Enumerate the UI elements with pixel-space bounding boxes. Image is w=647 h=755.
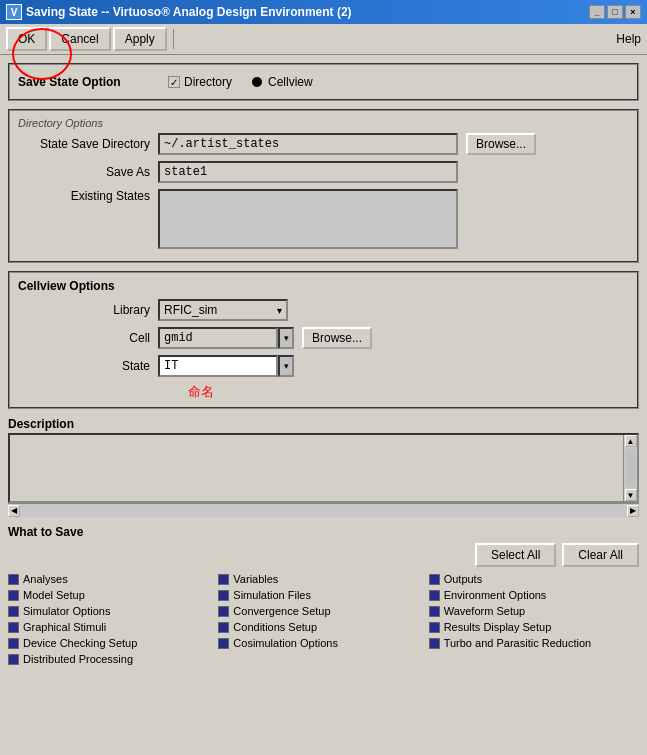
state-save-directory-row: State Save Directory Browse... — [18, 133, 629, 155]
simulator-options-checkbox-icon[interactable] — [8, 606, 19, 617]
checkbox-graphical-stimuli[interactable]: Graphical Stimuli — [8, 621, 218, 633]
checkbox-distributed-processing[interactable]: Distributed Processing — [8, 653, 218, 665]
environment-options-checkbox-icon[interactable] — [429, 590, 440, 601]
maximize-button[interactable]: □ — [607, 5, 623, 19]
existing-states-area — [158, 189, 458, 249]
library-value: RFIC_sim — [164, 303, 217, 317]
existing-states-row: Existing States — [18, 189, 629, 249]
description-scrollbar[interactable]: ▲ ▼ — [623, 435, 637, 501]
window-title: Saving State -- Virtuoso® Analog Design … — [26, 5, 352, 19]
outputs-checkbox-icon[interactable] — [429, 574, 440, 585]
what-to-save-section: What to Save Select All Clear All Analys… — [8, 525, 639, 665]
state-input[interactable] — [158, 355, 278, 377]
save-as-label: Save As — [18, 165, 158, 179]
directory-options-section: Directory Options State Save Directory B… — [8, 109, 639, 263]
simulation-files-checkbox-icon[interactable] — [218, 590, 229, 601]
turbo-parasitic-label: Turbo and Parasitic Reduction — [444, 637, 592, 649]
h-scroll-left-icon[interactable]: ◀ — [8, 505, 20, 517]
checkbox-results-display-setup[interactable]: Results Display Setup — [429, 621, 639, 633]
waveform-setup-checkbox-icon[interactable] — [429, 606, 440, 617]
cosimulation-options-label: Cosimulation Options — [233, 637, 338, 649]
turbo-parasitic-checkbox-icon[interactable] — [429, 638, 440, 649]
description-area[interactable]: ▲ ▼ — [8, 433, 639, 503]
cell-row: Cell ▾ Browse... — [18, 327, 629, 349]
environment-options-label: Environment Options — [444, 589, 547, 601]
variables-checkbox-icon[interactable] — [218, 574, 229, 585]
library-select[interactable]: RFIC_sim ▾ — [158, 299, 288, 321]
close-button[interactable]: × — [625, 5, 641, 19]
h-scroll-track — [20, 507, 627, 515]
main-content: Save State Option ✓ Directory Cellview D… — [0, 55, 647, 755]
window-controls[interactable]: _ □ × — [589, 5, 641, 19]
results-display-setup-checkbox-icon[interactable] — [429, 622, 440, 633]
simulation-files-label: Simulation Files — [233, 589, 311, 601]
toolbar: OK Cancel Apply Help — [0, 24, 647, 55]
select-all-button[interactable]: Select All — [475, 543, 556, 567]
checkbox-conditions-setup[interactable]: Conditions Setup — [218, 621, 428, 633]
cell-input-row: ▾ — [158, 327, 294, 349]
waveform-setup-label: Waveform Setup — [444, 605, 526, 617]
graphical-stimuli-checkbox-icon[interactable] — [8, 622, 19, 633]
cellview-options-section: Cellview Options Library RFIC_sim ▾ Cell… — [8, 271, 639, 409]
checkbox-device-checking-setup[interactable]: Device Checking Setup — [8, 637, 218, 649]
existing-states-label: Existing States — [18, 189, 158, 203]
checkbox-turbo-parasitic[interactable]: Turbo and Parasitic Reduction — [429, 637, 639, 649]
model-setup-label: Model Setup — [23, 589, 85, 601]
cosimulation-options-checkbox-icon[interactable] — [218, 638, 229, 649]
ok-button[interactable]: OK — [6, 27, 47, 51]
directory-radio[interactable]: ✓ Directory — [168, 75, 232, 89]
checkbox-variables[interactable]: Variables — [218, 573, 428, 585]
h-scroll-right-icon[interactable]: ▶ — [627, 505, 639, 517]
state-save-directory-input[interactable] — [158, 133, 458, 155]
cell-input[interactable] — [158, 327, 278, 349]
checkbox-convergence-setup[interactable]: Convergence Setup — [218, 605, 428, 617]
outputs-label: Outputs — [444, 573, 483, 585]
scroll-down-arrow-icon[interactable]: ▼ — [625, 489, 637, 501]
help-label[interactable]: Help — [616, 32, 641, 46]
save-as-input[interactable] — [158, 161, 458, 183]
description-section: Description ▲ ▼ ◀ ▶ — [8, 417, 639, 517]
cell-label: Cell — [18, 331, 158, 345]
select-buttons-row: Select All Clear All — [8, 543, 639, 567]
checkbox-environment-options[interactable]: Environment Options — [429, 589, 639, 601]
state-dropdown-arrow-icon[interactable]: ▾ — [278, 355, 294, 377]
state-annotation: 命名 — [188, 383, 629, 401]
what-to-save-title: What to Save — [8, 525, 639, 539]
clear-all-button[interactable]: Clear All — [562, 543, 639, 567]
checkbox-simulator-options[interactable]: Simulator Options — [8, 605, 218, 617]
state-save-directory-label: State Save Directory — [18, 137, 158, 151]
conditions-setup-checkbox-icon[interactable] — [218, 622, 229, 633]
checkbox-simulation-files[interactable]: Simulation Files — [218, 589, 428, 601]
title-bar: V Saving State -- Virtuoso® Analog Desig… — [0, 0, 647, 24]
device-checking-setup-checkbox-icon[interactable] — [8, 638, 19, 649]
convergence-setup-checkbox-icon[interactable] — [218, 606, 229, 617]
device-checking-setup-label: Device Checking Setup — [23, 637, 137, 649]
state-input-row: ▾ — [158, 355, 294, 377]
cell-dropdown-arrow-icon[interactable]: ▾ — [278, 327, 294, 349]
convergence-setup-label: Convergence Setup — [233, 605, 330, 617]
state-save-directory-browse-button[interactable]: Browse... — [466, 133, 536, 155]
state-row: State ▾ — [18, 355, 629, 377]
checkbox-cosimulation-options[interactable]: Cosimulation Options — [218, 637, 428, 649]
scroll-up-arrow-icon[interactable]: ▲ — [625, 435, 637, 447]
save-as-row: Save As — [18, 161, 629, 183]
model-setup-checkbox-icon[interactable] — [8, 590, 19, 601]
distributed-processing-checkbox-icon[interactable] — [8, 654, 19, 665]
apply-button[interactable]: Apply — [113, 27, 167, 51]
checkbox-waveform-setup[interactable]: Waveform Setup — [429, 605, 639, 617]
description-h-scrollbar[interactable]: ◀ ▶ — [8, 503, 639, 517]
checkbox-model-setup[interactable]: Model Setup — [8, 589, 218, 601]
checkbox-analyses[interactable]: Analyses — [8, 573, 218, 585]
directory-radio-check: ✓ — [168, 76, 180, 88]
checkbox-outputs[interactable]: Outputs — [429, 573, 639, 585]
cellview-radio-label: Cellview — [268, 75, 313, 89]
minimize-button[interactable]: _ — [589, 5, 605, 19]
analyses-checkbox-icon[interactable] — [8, 574, 19, 585]
variables-label: Variables — [233, 573, 278, 585]
save-state-option-section: Save State Option ✓ Directory Cellview — [8, 63, 639, 101]
cellview-radio[interactable]: Cellview — [252, 75, 313, 89]
directory-options-title: Directory Options — [18, 117, 629, 129]
cancel-button[interactable]: Cancel — [49, 27, 110, 51]
cell-browse-button[interactable]: Browse... — [302, 327, 372, 349]
cellview-radio-dot — [252, 77, 262, 87]
